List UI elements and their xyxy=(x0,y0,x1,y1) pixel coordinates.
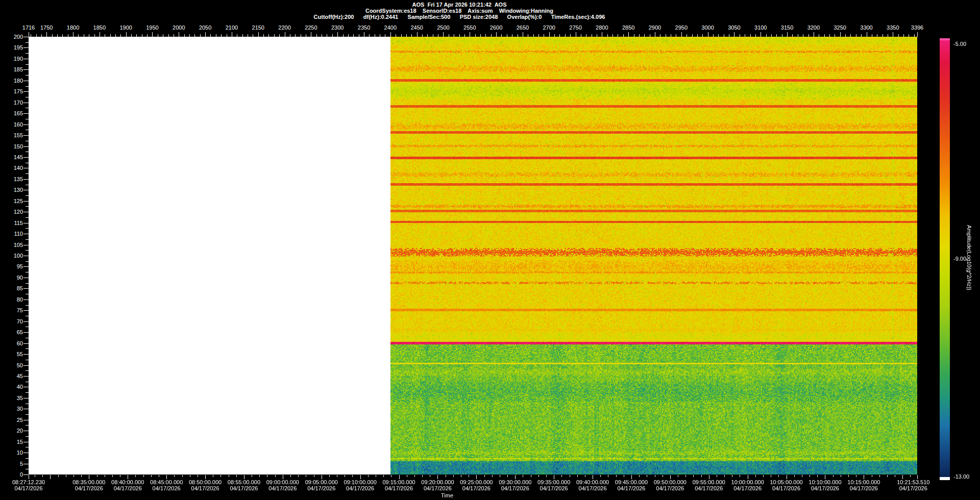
top-axis-tick-label: 2600 xyxy=(490,24,502,31)
frequency-tick-label: 165 xyxy=(14,110,23,116)
top-axis-tick-label: 2450 xyxy=(410,24,423,31)
top-axis-tick-label: 3000 xyxy=(701,24,714,31)
frequency-tick-label: 5 xyxy=(20,461,23,467)
date-value: 04/17/2026 xyxy=(654,485,687,491)
frequency-tick-label: 120 xyxy=(14,209,23,215)
frequency-tick-label: 90 xyxy=(17,274,23,281)
header-title: AOS Fri 17 Apr 2026 10:21:42 AOS xyxy=(0,2,919,8)
header-params-row1: CoordSystem:es18 SensorID:es18 Axis:sum … xyxy=(0,8,919,14)
date-value: 04/17/2026 xyxy=(382,485,415,491)
top-axis-tick-label: 2850 xyxy=(622,24,634,31)
time-value: 09:20:00.000 xyxy=(421,479,454,485)
time-tick-label: 09:45:00.00004/17/2026 xyxy=(615,479,648,491)
time-value: 08:45:00.000 xyxy=(150,479,183,485)
top-axis-tick-label: 3250 xyxy=(834,24,846,31)
time-value: 10:00:00.000 xyxy=(731,479,764,485)
frequency-tick-label: 85 xyxy=(17,285,23,291)
frequency-tick-label: 35 xyxy=(17,395,23,401)
time-value: 09:45:00.000 xyxy=(615,479,648,485)
top-axis-tick-label: 2150 xyxy=(252,24,264,31)
time-tick-label: 08:35:00.00004/17/2026 xyxy=(72,479,105,491)
date-value: 04/17/2026 xyxy=(344,485,377,491)
time-tick-label: 10:10:00.00004/17/2026 xyxy=(808,479,841,491)
frequency-tick-label: 10 xyxy=(17,449,23,456)
frequency-tick-label: 125 xyxy=(14,198,23,204)
time-axis-title: Time xyxy=(441,492,453,498)
frequency-tick-label: 115 xyxy=(14,220,23,226)
time-tick-label: 09:05:00.00004/17/2026 xyxy=(305,479,338,491)
top-axis-tick-label: 1750 xyxy=(40,24,53,31)
top-axis-tick-label: 3100 xyxy=(754,24,767,31)
frequency-tick-label: 70 xyxy=(17,318,23,324)
frequency-tick-label: 20 xyxy=(17,428,23,434)
header-params-row2: Cuttoff(Hz):200 df(Hz):0.2441 Sample/Sec… xyxy=(0,14,919,20)
time-tick-label: 08:40:00.00004/17/2026 xyxy=(111,479,144,491)
frequency-tick-label: 45 xyxy=(17,373,23,379)
date-value: 04/17/2026 xyxy=(12,485,45,491)
top-axis-tick-label: 2500 xyxy=(437,24,449,31)
date-value: 04/17/2026 xyxy=(421,485,454,491)
time-value: 09:55:00.000 xyxy=(693,479,725,485)
frequency-tick-label: 30 xyxy=(17,406,23,412)
date-value: 04/17/2026 xyxy=(770,485,802,491)
spectrogram-canvas[interactable] xyxy=(390,37,917,474)
time-tick-label: 08:50:00.00004/17/2026 xyxy=(189,479,222,491)
top-axis-tick-label: 2700 xyxy=(543,24,555,31)
colorbar-min-label: -13.00 xyxy=(953,473,969,480)
top-axis-tick-label: 3050 xyxy=(728,24,740,31)
date-value: 04/17/2026 xyxy=(305,485,338,491)
colorbar-title: Amplitude(Log10(g^2/Hz)) xyxy=(966,225,972,290)
time-value: 09:40:00.000 xyxy=(576,479,609,485)
date-value: 04/17/2026 xyxy=(537,485,570,491)
top-axis-tick-label: 3350 xyxy=(887,24,899,31)
time-tick-label: 09:15:00.00004/17/2026 xyxy=(382,479,415,491)
time-tick-label: 10:05:00.00004/17/2026 xyxy=(770,479,802,491)
frequency-tick-label: 0 xyxy=(20,471,23,478)
top-axis-tick-label: 2550 xyxy=(463,24,476,31)
frequency-tick-label: 195 xyxy=(14,44,23,51)
frequency-tick-label: 180 xyxy=(14,78,23,84)
top-axis-tick-label: 3300 xyxy=(860,24,872,31)
time-value: 10:21:53.510 xyxy=(897,479,929,485)
date-value: 04/17/2026 xyxy=(111,485,144,491)
top-axis-tick-label: 1900 xyxy=(119,24,132,31)
top-axis-tick-label: 1850 xyxy=(93,24,106,31)
date-value: 04/17/2026 xyxy=(693,485,725,491)
time-value: 09:35:00.000 xyxy=(537,479,570,485)
frequency-tick-label: 110 xyxy=(14,231,23,237)
time-value: 08:35:00.000 xyxy=(72,479,105,485)
frequency-tick-label: 25 xyxy=(17,417,23,423)
frequency-tick-label: 175 xyxy=(14,88,23,94)
app-frame: AOS Fri 17 Apr 2026 10:21:42 AOS CoordSy… xyxy=(0,0,980,500)
time-value: 09:25:00.000 xyxy=(460,479,493,485)
time-value: 08:55:00.000 xyxy=(228,479,260,485)
frequency-tick-label: 15 xyxy=(17,439,23,445)
time-value: 08:27:12.230 xyxy=(12,479,45,485)
date-value: 04/17/2026 xyxy=(150,485,183,491)
frequency-tick-label: 130 xyxy=(14,187,23,193)
time-tick-label: 09:55:00.00004/17/2026 xyxy=(693,479,725,491)
top-axis-tick-label: 2050 xyxy=(199,24,211,31)
time-value: 08:40:00.000 xyxy=(111,479,144,485)
frequency-tick-label: 135 xyxy=(14,176,23,182)
time-tick-label: 08:27:12.23004/17/2026 xyxy=(12,479,45,491)
date-value: 04/17/2026 xyxy=(72,485,105,491)
time-tick-label: 10:15:00.00004/17/2026 xyxy=(847,479,880,491)
time-value: 10:05:00.000 xyxy=(770,479,802,485)
date-value: 04/17/2026 xyxy=(897,485,929,491)
time-tick-label: 10:21:53.51004/17/2026 xyxy=(897,479,929,491)
time-tick-label: 09:40:00.00004/17/2026 xyxy=(576,479,609,491)
top-axis-tick-label: 1716 xyxy=(22,24,35,31)
time-value: 09:50:00.000 xyxy=(654,479,687,485)
time-tick-label: 10:00:00.00004/17/2026 xyxy=(731,479,764,491)
top-axis-tick-label: 2400 xyxy=(384,24,397,31)
time-tick-label: 09:30:00.00004/17/2026 xyxy=(499,479,531,491)
time-tick-label: 09:50:00.00004/17/2026 xyxy=(654,479,687,491)
top-axis-tick-label: 2000 xyxy=(173,24,185,31)
top-axis-tick-label: 2300 xyxy=(331,24,344,31)
frequency-tick-label: 190 xyxy=(14,56,23,62)
frequency-tick-label: 105 xyxy=(14,242,23,248)
frequency-tick-label: 55 xyxy=(17,351,23,357)
date-value: 04/17/2026 xyxy=(576,485,609,491)
frequency-tick-label: 160 xyxy=(14,121,23,128)
